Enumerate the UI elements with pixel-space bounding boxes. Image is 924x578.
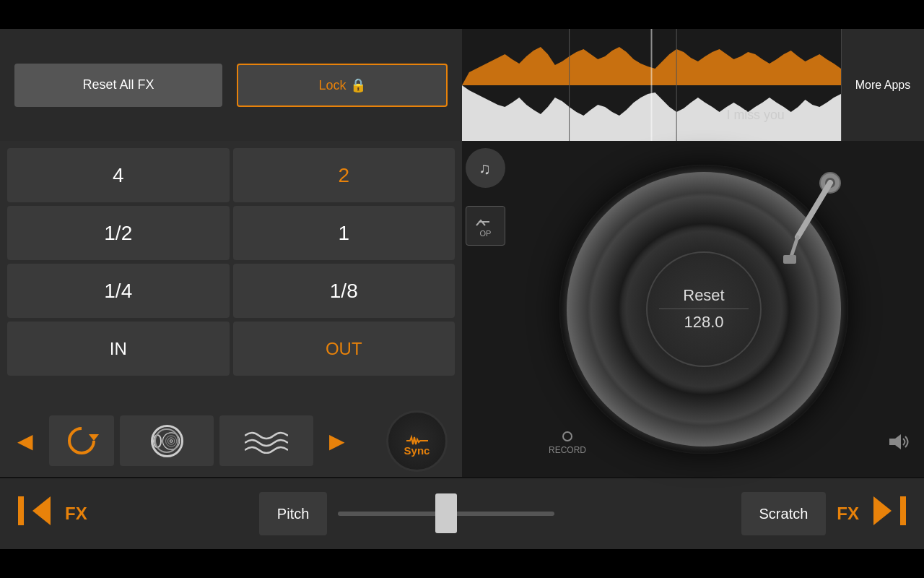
- reload-icon: [64, 423, 100, 459]
- loop-label: OP: [480, 229, 492, 238]
- fx-right-label[interactable]: FX: [837, 504, 859, 524]
- sync-label: Sync: [404, 444, 430, 457]
- reload-button[interactable]: [49, 415, 114, 466]
- beat-cell-2[interactable]: 2: [233, 148, 456, 202]
- skip-forward-icon: ▶: [329, 429, 345, 453]
- prev-track-icon: [14, 493, 54, 529]
- beat-cell-out[interactable]: OUT: [233, 322, 456, 376]
- next-track-button[interactable]: [870, 493, 910, 535]
- left-panel: 4 2 1/2 1 1/4 1/8 IN OUT: [0, 141, 462, 477]
- svg-marker-16: [889, 434, 901, 449]
- vinyl-icon-svg: [162, 425, 180, 457]
- record-label: RECORD: [549, 445, 586, 455]
- header-area: Reset All FX Lock 🔒: [0, 29, 924, 141]
- music-note-button[interactable]: ♫: [466, 148, 505, 188]
- beat-grid: 4 2 1/2 1 1/4 1/8 IN OUT: [7, 148, 455, 408]
- right-panel: ♫ OP Reset 128.0: [462, 141, 924, 477]
- svg-rect-18: [18, 496, 24, 525]
- reset-label: Reset: [683, 286, 724, 305]
- svg-marker-19: [873, 496, 892, 525]
- volume-button[interactable]: [888, 433, 910, 455]
- reset-fx-button[interactable]: Reset All FX: [14, 64, 222, 107]
- turntable-label[interactable]: Reset 128.0: [646, 251, 762, 367]
- beat-cell-eighth[interactable]: 1/8: [233, 264, 456, 318]
- svg-rect-20: [900, 496, 906, 525]
- bpm-label: 128.0: [659, 309, 749, 332]
- record-area: RECORD: [549, 431, 586, 455]
- svg-marker-17: [32, 496, 51, 525]
- pitch-slider-track[interactable]: [338, 512, 554, 516]
- left-buttons: Reset All FX Lock 🔒: [0, 29, 462, 141]
- filter-button[interactable]: [219, 415, 313, 466]
- more-apps-panel[interactable]: More Apps: [841, 29, 924, 141]
- next-track-icon: [870, 493, 910, 529]
- music-note-icon: ♫: [476, 158, 496, 178]
- beat-cell-in[interactable]: IN: [7, 322, 230, 376]
- side-icons: ♫ OP: [462, 141, 509, 477]
- svg-point-9: [170, 439, 173, 442]
- middle-section: 4 2 1/2 1 1/4 1/8 IN OUT: [0, 141, 924, 477]
- tonearm-svg: [776, 172, 841, 266]
- volume-icon-svg: [888, 433, 910, 451]
- sync-button[interactable]: Sync: [386, 410, 448, 472]
- waves-icon-svg: [245, 428, 288, 454]
- main-content: Reset All FX Lock 🔒: [0, 29, 924, 549]
- vinyl-icon: [151, 425, 183, 457]
- svg-rect-15: [783, 255, 796, 264]
- turntable[interactable]: Reset 128.0: [559, 165, 848, 454]
- beat-cell-1[interactable]: 1: [233, 206, 456, 260]
- toolbar-left: FX: [14, 493, 87, 535]
- beat-cell-4[interactable]: 4: [7, 148, 230, 202]
- skip-back-button[interactable]: ◀: [7, 415, 43, 466]
- beat-row-2: 1/2 1: [7, 206, 455, 260]
- pitch-button[interactable]: Pitch: [259, 492, 327, 535]
- svg-text:♫: ♫: [479, 160, 491, 178]
- waveform-svg: I miss you: [462, 29, 841, 141]
- top-bar: [0, 0, 924, 29]
- more-apps-label: More Apps: [855, 79, 910, 92]
- beat-row-1: 4 2: [7, 148, 455, 202]
- fx-left-label[interactable]: FX: [65, 504, 87, 524]
- pitch-slider-container: [338, 512, 569, 516]
- bottom-toolbar: FX Pitch Scratch FX: [0, 477, 924, 549]
- beat-cell-quarter[interactable]: 1/4: [7, 264, 230, 318]
- svg-point-7: [166, 435, 177, 446]
- bottom-bar: [0, 549, 924, 578]
- beat-cell-half[interactable]: 1/2: [7, 206, 230, 260]
- svg-point-8: [168, 437, 175, 444]
- loop-button[interactable]: OP: [466, 206, 505, 246]
- toolbar-center: Pitch: [87, 492, 741, 535]
- svg-point-6: [163, 432, 180, 449]
- record-dot[interactable]: [562, 431, 572, 441]
- beat-row-inout: IN OUT: [7, 322, 455, 376]
- transport-row: ◀: [7, 412, 455, 470]
- vinyl-button[interactable]: [120, 415, 214, 466]
- waveform-area: I miss you: [462, 29, 841, 141]
- lock-button[interactable]: Lock 🔒: [237, 64, 448, 107]
- skip-forward-button[interactable]: ▶: [319, 415, 355, 466]
- scratch-button[interactable]: Scratch: [741, 492, 827, 535]
- svg-marker-5: [89, 434, 99, 441]
- pitch-slider-thumb[interactable]: [435, 493, 457, 533]
- waveform-song-title: I miss you: [727, 108, 785, 122]
- filter-waves-icon: [245, 428, 288, 454]
- svg-line-13: [798, 183, 830, 237]
- loop-icon: [475, 215, 497, 229]
- skip-back-icon: ◀: [17, 429, 33, 453]
- toolbar-right: Scratch FX: [741, 492, 910, 535]
- beat-row-3: 1/4 1/8: [7, 264, 455, 318]
- prev-track-button[interactable]: [14, 493, 54, 535]
